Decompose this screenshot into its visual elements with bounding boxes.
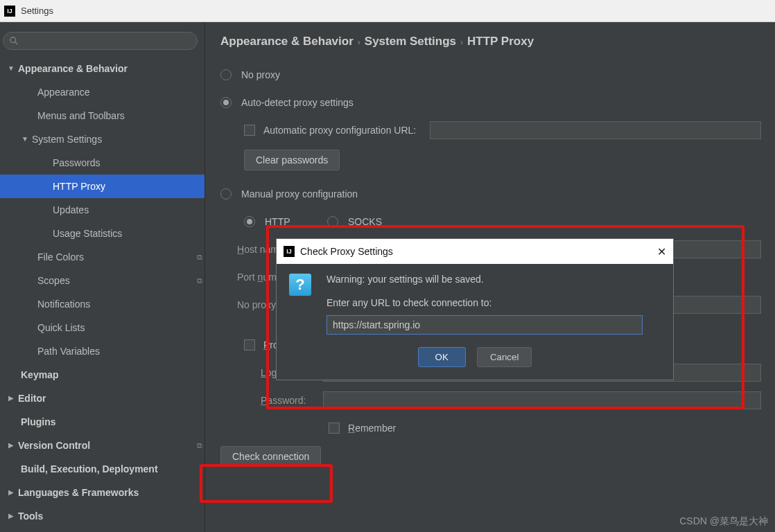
app-icon: IJ (284, 246, 295, 257)
radio-socks[interactable] (327, 216, 338, 227)
tree-updates[interactable]: Updates (0, 198, 204, 222)
window-titlebar: IJ Settings (0, 0, 775, 22)
project-scope-icon: ⧉ (195, 254, 204, 261)
tree-keymap[interactable]: Keymap (0, 363, 204, 387)
dialog-warning: Warning: your settings will be saved. (326, 274, 661, 285)
tree-menus-toolbars[interactable]: Menus and Toolbars (0, 104, 204, 127)
radio-manual[interactable]: Manual proxy configuration (220, 180, 775, 208)
highlight-box-check-connection (200, 464, 333, 503)
clear-passwords-button[interactable]: Clear passwords (244, 150, 340, 170)
tree-languages-frameworks[interactable]: ▶Languages & Frameworks (0, 481, 204, 504)
search-icon (9, 36, 19, 46)
auto-url-input[interactable] (430, 121, 761, 139)
password-input[interactable] (323, 391, 761, 409)
window-title: Settings (21, 6, 53, 16)
project-scope-icon: ⧉ (195, 442, 204, 450)
tree-usage-statistics[interactable]: Usage Statistics (0, 222, 204, 245)
tree-build[interactable]: Build, Execution, Deployment (0, 457, 204, 481)
tree-editor[interactable]: ▶Editor (0, 387, 204, 410)
radio-auto-detect[interactable]: Auto-detect proxy settings (220, 89, 775, 116)
chevron-right-icon: › (354, 37, 365, 47)
dialog-title: Check Proxy Settings (300, 246, 393, 257)
tree-plugins[interactable]: Plugins (0, 410, 204, 434)
chevron-right-icon: › (456, 37, 467, 47)
tree-system-settings[interactable]: ▼System Settings (0, 127, 204, 151)
tree-passwords[interactable]: Passwords (0, 151, 204, 175)
tree-notifications[interactable]: Notifications (0, 292, 204, 316)
app-icon: IJ (4, 6, 15, 17)
tree-file-colors[interactable]: File Colors⧉ (0, 245, 204, 269)
tree-http-proxy[interactable]: HTTP Proxy (0, 175, 204, 198)
radio-http[interactable] (244, 216, 255, 227)
tree-version-control[interactable]: ▶Version Control⧉ (0, 434, 204, 457)
dialog-url-input[interactable] (326, 315, 643, 335)
check-auto-url[interactable]: Automatic proxy configuration URL: (220, 116, 775, 144)
check-proxy-dialog: IJ Check Proxy Settings ✕ ? Warning: you… (276, 238, 674, 380)
ok-button[interactable]: OK (418, 347, 466, 367)
check-connection-button[interactable]: Check connection (220, 446, 321, 467)
question-icon: ? (289, 274, 311, 296)
tree-scopes[interactable]: Scopes⧉ (0, 269, 204, 292)
tree-tools[interactable]: ▶Tools (0, 504, 204, 528)
settings-sidebar: ▼Appearance & Behavior Appearance Menus … (0, 22, 205, 532)
tree-path-variables[interactable]: Path Variables (0, 339, 204, 363)
password-label: Password: (261, 395, 323, 406)
search-input[interactable] (3, 32, 198, 50)
radio-no-proxy[interactable]: No proxy (220, 61, 775, 89)
dialog-prompt: Enter any URL to check connection to: (326, 297, 661, 308)
svg-line-1 (15, 42, 18, 45)
dialog-titlebar: IJ Check Proxy Settings ✕ (277, 239, 673, 264)
cancel-button[interactable]: Cancel (477, 347, 532, 367)
tree-quick-lists[interactable]: Quick Lists (0, 316, 204, 339)
check-remember[interactable]: Remember (220, 414, 775, 442)
watermark: CSDN @菜鸟是大神 (679, 515, 768, 528)
tree-appearance[interactable]: Appearance (0, 80, 204, 104)
tree-appearance-behavior[interactable]: ▼Appearance & Behavior (0, 57, 204, 80)
svg-point-0 (10, 37, 16, 43)
project-scope-icon: ⧉ (195, 277, 204, 285)
close-icon[interactable]: ✕ (657, 245, 666, 258)
breadcrumb: Appearance & Behavior›System Settings›HT… (220, 35, 775, 48)
